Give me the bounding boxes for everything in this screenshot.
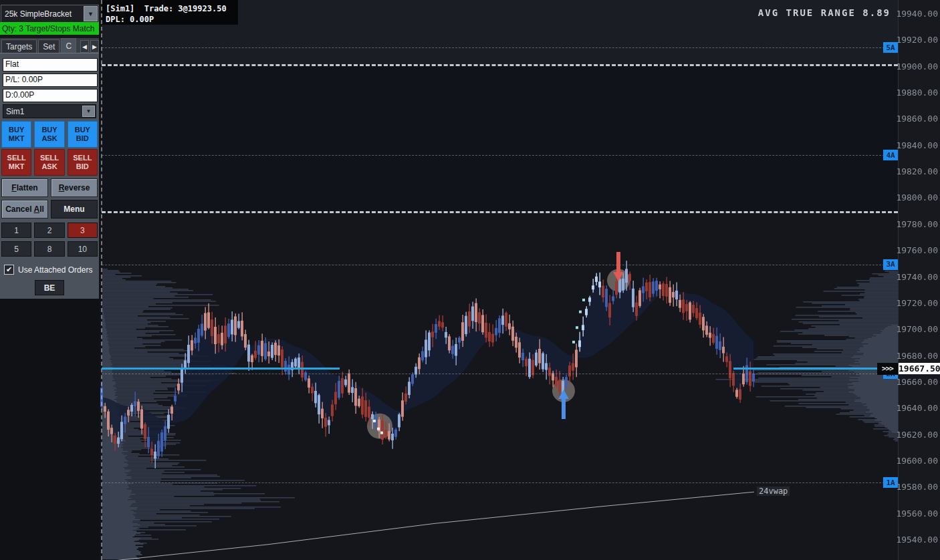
- breakeven-button[interactable]: BE: [35, 280, 64, 295]
- qty-button-5[interactable]: 5: [1, 241, 31, 257]
- axis-tick: 19540.00: [896, 535, 938, 545]
- tab-scroll-right-icon[interactable]: ▶: [90, 40, 99, 53]
- axis-tick: 19660.00: [896, 377, 938, 387]
- trade-status-text: [Sim1] Trade: 3@19923.50: [106, 4, 227, 13]
- last-price-badge: 19667.50: [899, 363, 940, 374]
- qty-button-3[interactable]: 3: [68, 223, 98, 238]
- chevron-down-icon[interactable]: ▼: [84, 6, 98, 21]
- indicator-level-line: [102, 265, 898, 265]
- atr-label: AVG TRUE RANGE 8.89: [758, 7, 891, 18]
- chart-area: [Sim1] Trade: 3@19923.50 DPL: 0.00P AVG …: [0, 0, 940, 560]
- buy-bid-button[interactable]: BUYBID: [68, 121, 98, 148]
- qty-button-8[interactable]: 8: [34, 241, 64, 257]
- axis-tick: 19760.00: [896, 245, 938, 255]
- vwap-label: 24vwap: [757, 486, 790, 496]
- buy-fill-arrow-icon: [558, 388, 570, 422]
- buy-mkt-button[interactable]: BUYMKT: [1, 121, 31, 148]
- axis-tick: 19920.00: [896, 35, 938, 45]
- sell-ask-button[interactable]: SELLASK: [34, 149, 64, 176]
- axis-tick: 19820.00: [896, 166, 938, 176]
- level-label-4A: 4A: [883, 150, 898, 160]
- position-price-line[interactable]: [102, 368, 340, 370]
- axis-tick: 19780.00: [896, 219, 938, 229]
- axis-tick: 19580.00: [896, 482, 938, 492]
- chart-left-dashed-border: [101, 0, 102, 560]
- buy-ask-button[interactable]: BUYASK: [34, 121, 64, 148]
- axis-tick: 19620.00: [896, 430, 938, 440]
- tab-targets[interactable]: Targets: [1, 39, 37, 53]
- axis-tick: 19740.00: [896, 272, 938, 282]
- qty-button-1[interactable]: 1: [1, 223, 31, 238]
- axis-tick: 19840.00: [896, 140, 938, 150]
- indicator-level-line: [102, 374, 898, 374]
- position-field[interactable]: Flat: [3, 58, 98, 72]
- trading-app-window: [Sim1] Trade: 3@19923.50 DPL: 0.00P AVG …: [0, 0, 940, 560]
- indicator-level-line: [102, 155, 898, 156]
- axis-tick: 19860.00: [896, 114, 938, 124]
- scroll-to-last-button[interactable]: >>>: [877, 363, 898, 375]
- axis-tick: 19700.00: [896, 324, 938, 334]
- indicator-level-line: [102, 482, 898, 483]
- instrument-dropdown[interactable]: 25k SimpleBracket ▼: [1, 5, 99, 23]
- sell-bid-button[interactable]: SELLBID: [68, 149, 98, 176]
- use-attached-orders-row: ✔ Use Attached Orders: [4, 265, 92, 275]
- key-level-dashed-line: [102, 211, 898, 213]
- panel-tab-bar: Targets Set C ◀ ▶: [0, 38, 99, 53]
- level-label-3A: 3A: [883, 259, 898, 270]
- axis-tick: 19800.00: [896, 192, 938, 202]
- price-chart-canvas[interactable]: [0, 0, 940, 560]
- axis-tick: 19560.00: [896, 509, 938, 519]
- tab-set[interactable]: Set: [38, 39, 60, 53]
- sell-fill-arrow-icon: [612, 249, 624, 283]
- axis-tick: 19880.00: [896, 88, 938, 98]
- menu-button[interactable]: Menu: [51, 200, 98, 219]
- level-label-5A: 5A: [883, 42, 898, 53]
- chevron-down-icon[interactable]: ▼: [82, 106, 95, 117]
- reverse-button[interactable]: Reverse: [51, 178, 98, 197]
- dpl-text: DPL: 0.00P: [106, 15, 154, 24]
- axis-tick: 19720.00: [896, 298, 938, 308]
- use-attached-orders-label: Use Attached Orders: [18, 265, 92, 275]
- account-select[interactable]: Sim1 ▼: [3, 104, 96, 118]
- daily-pl-field[interactable]: D:0.00P: [3, 89, 98, 102]
- pl-field[interactable]: P/L: 0.00P: [3, 74, 98, 87]
- axis-tick: 19940.00: [896, 9, 938, 19]
- account-select-value: Sim1: [3, 107, 82, 116]
- axis-tick: 19680.00: [896, 351, 938, 361]
- trade-panel: 25k SimpleBracket ▼ Qty: 3 Target/Stops …: [0, 0, 99, 560]
- tab-c[interactable]: C: [61, 38, 76, 53]
- cancel-all-button[interactable]: Cancel All: [1, 200, 48, 219]
- position-price-line[interactable]: [733, 368, 877, 370]
- tab-scroll-left-icon[interactable]: ◀: [80, 40, 89, 53]
- level-label-1A: 1A: [883, 477, 898, 488]
- trade-panel-body: Flat P/L: 0.00P D:0.00P Sim1 ▼ BUYMKT BU…: [0, 53, 99, 299]
- axis-tick: 19640.00: [896, 403, 938, 413]
- qty-status-bar: Qty: 3 Target/Stops Match: [0, 22, 99, 35]
- use-attached-orders-checkbox[interactable]: ✔: [4, 265, 14, 275]
- sell-mkt-button[interactable]: SELLMKT: [1, 149, 31, 176]
- price-axis[interactable]: 19940.0019920.0019900.0019880.0019860.00…: [898, 0, 940, 560]
- axis-tick: 19600.00: [896, 456, 938, 466]
- instrument-dropdown-value: 25k SimpleBracket: [1, 9, 84, 19]
- axis-tick: 19900.00: [896, 61, 938, 72]
- flatten-button[interactable]: Flatten: [1, 178, 48, 197]
- key-level-dashed-line: [102, 64, 898, 66]
- indicator-level-line: [102, 47, 898, 48]
- qty-button-2[interactable]: 2: [34, 223, 64, 238]
- qty-button-10[interactable]: 10: [68, 241, 98, 257]
